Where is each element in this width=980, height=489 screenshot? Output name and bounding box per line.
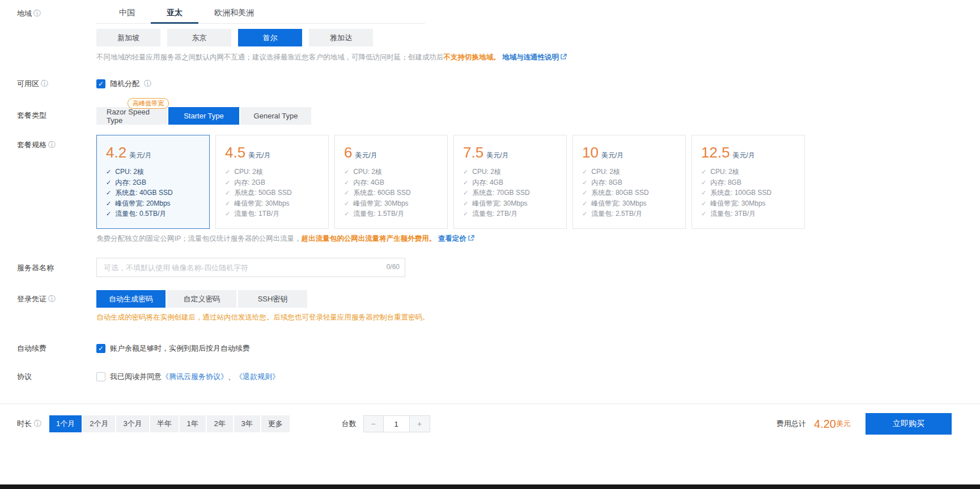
- duration-3-years[interactable]: 3年: [234, 415, 260, 432]
- agreement-checkbox[interactable]: [96, 372, 105, 381]
- check-icon: ✓: [582, 167, 587, 177]
- type-option-general[interactable]: General Type: [240, 107, 311, 125]
- total-cost-unit: 美元: [836, 419, 851, 429]
- plan-price: 4.5: [225, 144, 245, 161]
- region-tab-apac[interactable]: 亚太: [151, 5, 198, 23]
- duration-2-months[interactable]: 2个月: [83, 415, 115, 432]
- refund-rules-link[interactable]: 《退款规则》: [235, 372, 279, 381]
- agreement-label: 协议: [17, 372, 32, 382]
- zone-info-icon[interactable]: ⓘ: [41, 79, 48, 89]
- region-connectivity-link[interactable]: 地域与连通性说明: [502, 53, 559, 61]
- login-content: 自动生成密码 自定义密码 SSH密钥 自动生成的密码将在实例创建后，通过站内信发…: [96, 290, 430, 322]
- duration-label: 时长: [17, 419, 32, 429]
- plans-label-wrap: 套餐规格 ⓘ: [17, 135, 96, 244]
- plan-spec-disk: 系统盘: 40GB SSD: [115, 188, 172, 198]
- region-option-seoul[interactable]: 首尔: [238, 29, 302, 46]
- plan-specs: ✓CPU: 2核 ✓内存: 4GB ✓系统盘: 60GB SSD ✓峰值带宽: …: [344, 167, 438, 219]
- region-option-singapore[interactable]: 新加坡: [96, 29, 160, 46]
- duration-more[interactable]: 更多: [261, 415, 290, 432]
- quantity-minus-button[interactable]: −: [363, 415, 384, 432]
- plan-card-4-5[interactable]: 4.5美元/月 ✓CPU: 2核 ✓内存: 2GB ✓系统盘: 50GB SSD…: [215, 135, 329, 229]
- check-icon: ✓: [225, 177, 230, 188]
- buy-now-button[interactable]: 立即购买: [866, 413, 952, 435]
- check-icon: ✓: [463, 177, 468, 188]
- zone-section: 可用区 ⓘ ✓ 随机分配 ⓘ: [0, 79, 980, 89]
- plan-card-7-5[interactable]: 7.5美元/月 ✓CPU: 2核 ✓内存: 4GB ✓系统盘: 70GB SSD…: [453, 135, 567, 229]
- check-icon: ✓: [344, 209, 349, 219]
- package-type-label-wrap: 套餐类型: [17, 99, 96, 125]
- package-type-section: 套餐类型 高峰值带宽 Razor Speed Type Starter Type…: [0, 99, 980, 125]
- plan-spec-memory: 内存: 2GB: [234, 177, 265, 188]
- plans-label: 套餐规格: [17, 140, 46, 150]
- login-label: 登录凭证: [17, 294, 46, 304]
- plan-spec-disk: 系统盘: 100GB SSD: [710, 188, 771, 198]
- check-icon: ✓: [582, 209, 587, 219]
- duration-1-month[interactable]: 1个月: [49, 415, 82, 432]
- login-section: 登录凭证 ⓘ 自动生成密码 自定义密码 SSH密钥 自动生成的密码将在实例创建后…: [0, 290, 980, 322]
- duration-1-year[interactable]: 1年: [180, 415, 206, 432]
- zone-random-info-icon[interactable]: ⓘ: [144, 79, 151, 89]
- region-tabs: 中国 亚太 欧洲和美洲: [96, 5, 425, 24]
- quantity-plus-button[interactable]: +: [410, 415, 430, 432]
- plan-spec-disk: 系统盘: 50GB SSD: [234, 188, 291, 198]
- region-tab-eu-us[interactable]: 欧洲和美洲: [198, 5, 270, 23]
- duration-2-years[interactable]: 2年: [207, 415, 233, 432]
- quantity-input[interactable]: [384, 415, 410, 432]
- plan-spec-traffic: 流量包: 1TB/月: [234, 209, 279, 219]
- plan-spec-bandwidth: 峰值带宽: 30Mbps: [710, 198, 765, 209]
- login-info-icon[interactable]: ⓘ: [48, 294, 56, 304]
- plans-note-warning: 超出流量包的公网出流量将产生额外费用。: [302, 235, 436, 243]
- external-link-icon: [468, 235, 474, 243]
- check-icon: ✓: [106, 177, 111, 188]
- zone-random-checkbox[interactable]: ✓: [96, 79, 105, 88]
- plans-content: 4.2美元/月 ✓CPU: 2核 ✓内存: 2GB ✓系统盘: 40GB SSD…: [96, 135, 805, 244]
- check-icon: ✓: [225, 188, 230, 198]
- login-option-ssh-key[interactable]: SSH密钥: [238, 290, 307, 308]
- region-option-jakarta[interactable]: 雅加达: [309, 29, 373, 46]
- plan-spec-traffic: 流量包: 0.5TB/月: [115, 209, 166, 219]
- check-icon: ✓: [463, 198, 468, 209]
- check-icon: ✓: [225, 167, 230, 177]
- plan-spec-cpu: CPU: 2核: [234, 167, 263, 177]
- region-info-icon[interactable]: ⓘ: [33, 8, 41, 19]
- duration-info-icon[interactable]: ⓘ: [34, 419, 41, 429]
- plan-spec-traffic: 流量包: 1.5TB/月: [353, 209, 404, 219]
- pricing-link[interactable]: 查看定价: [438, 235, 466, 243]
- service-agreement-link[interactable]: 《腾讯云服务协议》: [162, 372, 228, 381]
- plan-price-unit: 美元/月: [733, 151, 755, 160]
- login-options: 自动生成密码 自定义密码 SSH密钥: [96, 290, 430, 308]
- lighthouse-purchase-page: 地域 ⓘ 中国 亚太 欧洲和美洲 新加坡 东京 首尔 雅加达 不同地域的轻量应用…: [0, 0, 980, 489]
- plan-card-4-2[interactable]: 4.2美元/月 ✓CPU: 2核 ✓内存: 2GB ✓系统盘: 40GB SSD…: [96, 135, 210, 229]
- plan-card-10[interactable]: 10美元/月 ✓CPU: 2核 ✓内存: 8GB ✓系统盘: 80GB SSD …: [572, 135, 686, 229]
- login-option-auto-password[interactable]: 自动生成密码: [96, 290, 166, 308]
- type-option-razor-speed[interactable]: Razor Speed Type: [96, 107, 167, 125]
- plan-specs: ✓CPU: 2核 ✓内存: 8GB ✓系统盘: 80GB SSD ✓峰值带宽: …: [582, 167, 676, 219]
- zone-random-assign: ✓ 随机分配 ⓘ: [96, 79, 151, 89]
- plan-spec-memory: 内存: 8GB: [710, 177, 741, 188]
- duration-3-months[interactable]: 3个月: [116, 415, 149, 432]
- plan-card-6[interactable]: 6美元/月 ✓CPU: 2核 ✓内存: 4GB ✓系统盘: 60GB SSD ✓…: [334, 135, 448, 229]
- check-icon: ✓: [106, 209, 111, 219]
- region-section: 地域 ⓘ 中国 亚太 欧洲和美洲 新加坡 东京 首尔 雅加达 不同地域的轻量应用…: [0, 0, 980, 62]
- plan-card-12-5[interactable]: 12.5美元/月 ✓CPU: 2核 ✓内存: 8GB ✓系统盘: 100GB S…: [691, 135, 805, 229]
- type-option-starter[interactable]: Starter Type: [168, 107, 239, 125]
- duration-half-year[interactable]: 半年: [150, 415, 179, 432]
- check-icon: ✓: [463, 188, 468, 198]
- plan-specs: ✓CPU: 2核 ✓内存: 2GB ✓系统盘: 50GB SSD ✓峰值带宽: …: [225, 167, 319, 219]
- plan-spec-memory: 内存: 2GB: [115, 177, 146, 188]
- plan-specs: ✓CPU: 2核 ✓内存: 2GB ✓系统盘: 40GB SSD ✓峰值带宽: …: [106, 167, 200, 219]
- plan-spec-cpu: CPU: 2核: [591, 167, 620, 177]
- region-tab-china[interactable]: 中国: [103, 5, 151, 23]
- check-icon: ✓: [106, 167, 111, 177]
- plans-info-icon[interactable]: ⓘ: [48, 140, 56, 150]
- check-icon: ✓: [701, 188, 706, 198]
- plan-price: 4.2: [106, 144, 126, 161]
- agreement-separator: 、: [228, 372, 235, 381]
- check-icon: ✓: [225, 209, 230, 219]
- auto-renew-checkbox[interactable]: ✓: [96, 344, 105, 353]
- server-name-input[interactable]: [96, 258, 405, 277]
- login-option-custom-password[interactable]: 自定义密码: [167, 290, 236, 308]
- region-option-tokyo[interactable]: 东京: [167, 29, 231, 46]
- region-note-warning: 不支持切换地域。: [444, 53, 500, 61]
- plan-spec-cpu: CPU: 2核: [353, 167, 382, 177]
